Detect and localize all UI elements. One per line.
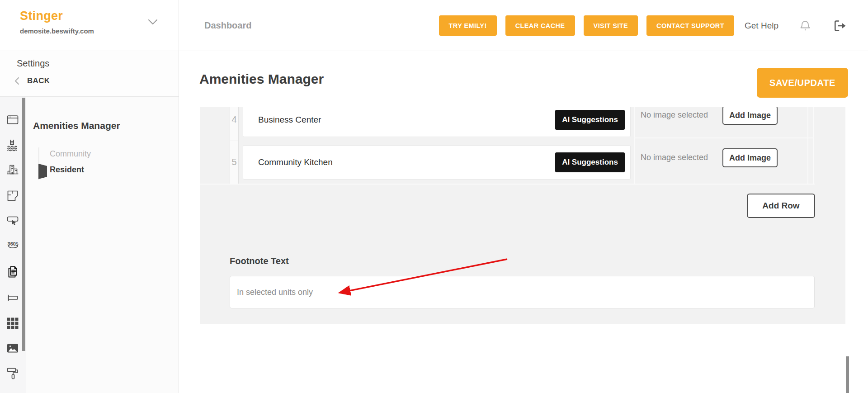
row-number-divider xyxy=(230,141,239,141)
visit-site-button[interactable]: VISIT SITE xyxy=(584,15,638,36)
sidebar-lower: 360° xyxy=(0,97,179,393)
amenities-module-panel: 4 Business Center AI Suggestions No imag… xyxy=(200,107,845,324)
topbar-actions: TRY EMILY! CLEAR CACHE VISIT SITE CONTAC… xyxy=(439,0,848,51)
settings-nav-panel: Amenities Manager Community Resident xyxy=(26,97,179,393)
ai-suggestions-button[interactable]: AI Suggestions xyxy=(555,152,625,172)
page-scrollbar-thumb[interactable] xyxy=(846,356,849,393)
clear-cache-button[interactable]: CLEAR CACHE xyxy=(505,15,575,36)
save-update-button[interactable]: SAVE/UPDATE xyxy=(757,68,848,98)
chevron-down-icon[interactable] xyxy=(148,19,158,25)
get-help-link[interactable]: Get Help xyxy=(745,21,778,31)
brand-logo: Stinger xyxy=(20,9,63,23)
buildings-icon[interactable] xyxy=(5,162,20,178)
table-row-separator xyxy=(634,137,814,138)
footnote-input[interactable]: In selected units only xyxy=(230,276,815,308)
360-view-icon[interactable]: 360° xyxy=(5,238,20,253)
button-click-icon[interactable] xyxy=(5,213,20,229)
pool-icon[interactable] xyxy=(5,137,20,152)
nav-item-resident[interactable]: Resident xyxy=(50,165,84,175)
row-number: 5 xyxy=(228,157,241,167)
rail-scrollbar-thumb[interactable] xyxy=(22,98,25,351)
active-flag-icon xyxy=(38,164,47,179)
ai-suggestions-button[interactable]: AI Suggestions xyxy=(555,110,625,130)
breadcrumb: Dashboard xyxy=(204,20,251,31)
pages-icon[interactable] xyxy=(5,264,20,279)
footnote-value: In selected units only xyxy=(237,288,313,297)
slider-icon[interactable] xyxy=(5,290,20,305)
apps-grid-icon[interactable] xyxy=(5,316,20,331)
site-domain: demosite.beswifty.com xyxy=(20,27,94,35)
paint-roller-icon[interactable] xyxy=(5,366,20,381)
amenity-name-value: Business Center xyxy=(258,115,321,125)
add-image-button[interactable]: Add Image xyxy=(722,107,778,125)
table-column-divider xyxy=(807,107,808,184)
table-right-border xyxy=(813,107,814,184)
table-bottom-border xyxy=(200,184,815,185)
try-emily-button[interactable]: TRY EMILY! xyxy=(439,15,497,36)
footnote-label: Footnote Text xyxy=(230,256,289,266)
amenity-name-value: Community Kitchen xyxy=(258,157,333,167)
nav-item-community[interactable]: Community xyxy=(50,149,91,159)
image-status-text: No image selected xyxy=(641,110,708,120)
settings-label: Settings xyxy=(17,58,49,69)
amenity-name-input[interactable]: Community Kitchen AI Suggestions xyxy=(243,145,631,180)
floorplan-icon[interactable] xyxy=(5,188,20,204)
app-root: Stinger demosite.beswifty.com Settings B… xyxy=(0,0,868,393)
browser-window-icon[interactable] xyxy=(5,112,20,128)
back-button[interactable]: BACK xyxy=(14,76,50,85)
contact-support-button[interactable]: CONTACT SUPPORT xyxy=(646,15,734,36)
amenity-name-input[interactable]: Business Center AI Suggestions xyxy=(243,107,631,137)
images-icon[interactable] xyxy=(5,341,20,356)
notifications-bell-icon[interactable] xyxy=(799,19,811,33)
chevron-left-icon xyxy=(14,77,19,85)
topbar: Dashboard TRY EMILY! CLEAR CACHE VISIT S… xyxy=(179,0,868,51)
settings-section: Settings BACK xyxy=(0,51,179,97)
add-row-button[interactable]: Add Row xyxy=(747,194,815,218)
table-column-divider xyxy=(634,107,635,184)
row-number: 4 xyxy=(228,114,241,125)
image-status-text: No image selected xyxy=(641,153,708,162)
page-title: Amenities Manager xyxy=(199,71,324,87)
sidebar: Stinger demosite.beswifty.com Settings B… xyxy=(0,0,179,393)
logout-icon[interactable] xyxy=(833,19,848,33)
icon-rail: 360° xyxy=(0,97,26,393)
back-label: BACK xyxy=(27,76,50,85)
settings-panel-title: Amenities Manager xyxy=(33,120,120,131)
sidebar-header: Stinger demosite.beswifty.com xyxy=(0,0,179,51)
add-image-button[interactable]: Add Image xyxy=(722,148,778,167)
